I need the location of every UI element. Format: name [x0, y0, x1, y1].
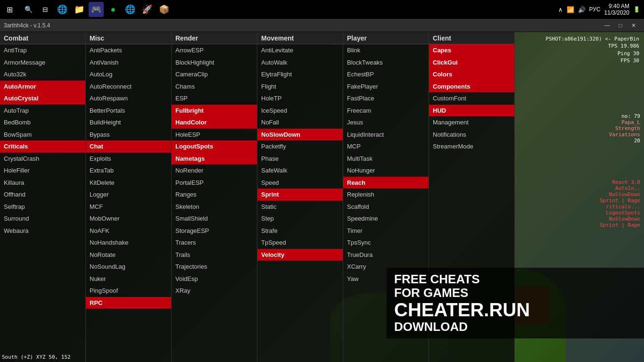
- taskbar-app-edge[interactable]: 🌐: [55, 2, 70, 17]
- module-item-bypass[interactable]: Bypass: [86, 129, 171, 141]
- module-item-noslowdown[interactable]: NoSlowDown: [257, 129, 343, 141]
- module-item-icespeed[interactable]: IceSpeed: [257, 105, 343, 117]
- module-item-freecam[interactable]: Freecam: [343, 105, 429, 117]
- module-item-selftrap[interactable]: Selftrap: [0, 201, 85, 213]
- module-item-autorespawn[interactable]: AutoRespawn: [86, 92, 171, 105]
- module-item-nofall[interactable]: NoFall: [257, 116, 343, 129]
- module-item-bedbomb[interactable]: BedBomb: [0, 116, 85, 129]
- module-item-rpc[interactable]: RPC: [86, 297, 171, 309]
- module-item-speedmine[interactable]: Speedmine: [343, 213, 429, 225]
- taskbar-search[interactable]: 🔍: [19, 0, 38, 19]
- taskbar-app-spotify[interactable]: ●: [106, 2, 121, 17]
- module-item-holeesp[interactable]: HoleESP: [172, 129, 257, 141]
- module-item-antipackets[interactable]: AntiPackets: [86, 44, 171, 57]
- module-item-killaura[interactable]: Killaura: [0, 177, 85, 189]
- module-item-autowalk[interactable]: AutoWalk: [257, 57, 343, 69]
- module-item-noafk[interactable]: NoAFK: [86, 225, 171, 237]
- module-item-handcolor[interactable]: HandColor: [172, 116, 257, 129]
- module-item-speed[interactable]: Speed: [257, 177, 343, 189]
- module-item-sprint[interactable]: Sprint: [257, 189, 343, 201]
- module-item-buildheight[interactable]: BuildHeight: [86, 116, 171, 129]
- module-item-skeleton[interactable]: Skeleton: [172, 201, 257, 213]
- module-item-multitask[interactable]: MultiTask: [343, 153, 429, 165]
- module-item-components[interactable]: Components: [429, 81, 514, 93]
- module-item-extratab[interactable]: ExtraTab: [86, 165, 171, 177]
- module-item-chat[interactable]: Chat: [86, 140, 171, 153]
- module-item-logoutspots[interactable]: LogoutSpots: [172, 140, 257, 153]
- module-item-management[interactable]: Management: [429, 116, 514, 129]
- taskbar-app-chrome[interactable]: 🌐: [123, 2, 138, 17]
- module-item-crystalcrash[interactable]: CrystalCrash: [0, 153, 85, 165]
- module-item-auto32k[interactable]: Auto32k: [0, 68, 85, 81]
- module-item-pingspoof[interactable]: PingSpoof: [86, 285, 171, 297]
- module-item-packetfly[interactable]: Packetfly: [257, 140, 343, 153]
- module-item-capes[interactable]: Capes: [429, 44, 514, 57]
- module-item-velocity[interactable]: Velocity: [257, 249, 343, 261]
- module-item-chams[interactable]: Chams: [172, 81, 257, 93]
- module-item-criticals[interactable]: Criticals: [0, 140, 85, 153]
- module-item-tpssync[interactable]: TpsSync: [343, 237, 429, 249]
- module-item-voidesp[interactable]: VoidEsp: [172, 273, 257, 285]
- module-item-esp[interactable]: ESP: [172, 92, 257, 105]
- module-item-antivanish[interactable]: AntiVanish: [86, 57, 171, 69]
- module-item-holefiller[interactable]: HoleFiller: [0, 165, 85, 177]
- close-button[interactable]: ✕: [627, 19, 640, 32]
- module-item-blocktweaks[interactable]: BlockTweaks: [343, 57, 429, 69]
- module-item-autoreconnect[interactable]: AutoReconnect: [86, 81, 171, 93]
- module-item-customfont[interactable]: CustomFont: [429, 92, 514, 105]
- module-item-reach[interactable]: Reach: [343, 177, 429, 189]
- module-item-mcf[interactable]: MCF: [86, 201, 171, 213]
- module-item-fakeplayer[interactable]: FakePlayer: [343, 81, 429, 93]
- module-item-webaura[interactable]: Webaura: [0, 225, 85, 237]
- module-item-storageesp[interactable]: StorageESP: [172, 225, 257, 237]
- module-item-nosoundlag[interactable]: NoSoundLag: [86, 261, 171, 273]
- module-item-xray[interactable]: XRay: [172, 285, 257, 297]
- module-item-truedura[interactable]: TrueDura: [343, 249, 429, 261]
- module-item-fastplace[interactable]: FastPlace: [343, 92, 429, 105]
- module-item-portalesp[interactable]: PortalESP: [172, 177, 257, 189]
- module-item-mcp[interactable]: MCP: [343, 140, 429, 153]
- module-item-antitrap[interactable]: AntiTrap: [0, 44, 85, 57]
- module-item-replenish[interactable]: Replenish: [343, 189, 429, 201]
- module-item-streamermode[interactable]: StreamerMode: [429, 140, 514, 153]
- module-item-armormessage[interactable]: ArmorMessage: [0, 57, 85, 69]
- module-item-step[interactable]: Step: [257, 213, 343, 225]
- module-item-autoarmor[interactable]: AutoArmor: [0, 81, 85, 93]
- module-item-elytraflight[interactable]: ElytraFlight: [257, 68, 343, 81]
- module-item-blockhighlight[interactable]: BlockHighlight: [172, 57, 257, 69]
- taskbar-app-steam[interactable]: 🚀: [140, 2, 155, 17]
- module-item-jesus[interactable]: Jesus: [343, 116, 429, 129]
- module-item-trajectories[interactable]: Trajectories: [172, 261, 257, 273]
- module-item-blink[interactable]: Blink: [343, 44, 429, 57]
- module-item-nametags[interactable]: Nametags: [172, 153, 257, 165]
- module-item-flight[interactable]: Flight: [257, 81, 343, 93]
- module-item-mobowner[interactable]: MobOwner: [86, 213, 171, 225]
- module-item-betterportals[interactable]: BetterPortals: [86, 105, 171, 117]
- module-item-nohandshake[interactable]: NoHandshake: [86, 237, 171, 249]
- module-item-bowspam[interactable]: BowSpam: [0, 129, 85, 141]
- start-button[interactable]: ⊞: [0, 0, 19, 19]
- taskbar-app-extra[interactable]: 📦: [157, 2, 172, 17]
- module-item-norender[interactable]: NoRender: [172, 165, 257, 177]
- module-item-holetp[interactable]: HoleTP: [257, 92, 343, 105]
- maximize-button[interactable]: □: [614, 19, 627, 32]
- module-item-arrowesp[interactable]: ArrowESP: [172, 44, 257, 57]
- module-item-nohunger[interactable]: NoHunger: [343, 165, 429, 177]
- module-item-kitdelete[interactable]: KitDelete: [86, 177, 171, 189]
- module-item-antilevitate[interactable]: AntiLevitate: [257, 44, 343, 57]
- module-item-timer[interactable]: Timer: [343, 225, 429, 237]
- module-item-nuker[interactable]: Nuker: [86, 273, 171, 285]
- module-item-strafe[interactable]: Strafe: [257, 225, 343, 237]
- minimize-button[interactable]: —: [601, 19, 614, 32]
- module-item-colors[interactable]: Colors: [429, 68, 514, 81]
- taskbar-app-game[interactable]: 🎮: [89, 2, 104, 17]
- module-item-notifications[interactable]: Notifications: [429, 129, 514, 141]
- taskbar-app-explorer[interactable]: 📁: [72, 2, 87, 17]
- module-item-surround[interactable]: Surround: [0, 213, 85, 225]
- module-item-safewalk[interactable]: SafeWalk: [257, 165, 343, 177]
- module-item-fullbright[interactable]: Fullbright: [172, 105, 257, 117]
- module-item-cameraclip[interactable]: CameraClip: [172, 68, 257, 81]
- module-item-ranges[interactable]: Ranges: [172, 189, 257, 201]
- module-item-autotrap[interactable]: AutoTrap: [0, 105, 85, 117]
- module-item-scaffold[interactable]: Scaffold: [343, 201, 429, 213]
